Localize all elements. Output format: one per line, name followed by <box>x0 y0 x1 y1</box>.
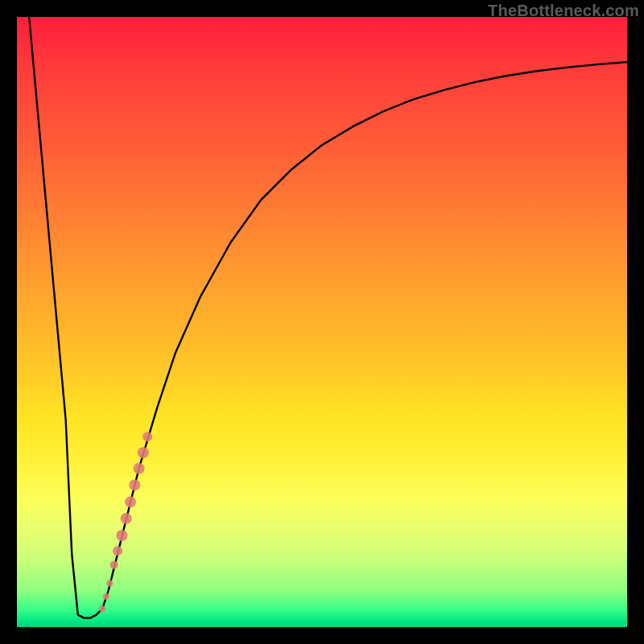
scatter-point <box>110 561 118 569</box>
watermark-text: TheBottleneck.com <box>488 2 639 20</box>
bottleneck-curve-path <box>29 17 627 618</box>
scatter-point <box>142 432 152 442</box>
scatter-point <box>99 605 105 612</box>
scatter-point <box>106 580 113 586</box>
highlight-scatter <box>99 432 152 613</box>
scatter-point <box>129 479 140 490</box>
scatter-point <box>121 513 132 524</box>
chart-frame: TheBottleneck.com <box>0 0 644 644</box>
chart-svg <box>17 17 627 627</box>
scatter-point <box>125 497 136 508</box>
plot-area <box>17 17 627 627</box>
scatter-point <box>138 447 149 458</box>
scatter-point <box>113 546 122 555</box>
scatter-point <box>134 463 145 474</box>
scatter-point <box>116 530 127 541</box>
scatter-point <box>103 593 109 600</box>
